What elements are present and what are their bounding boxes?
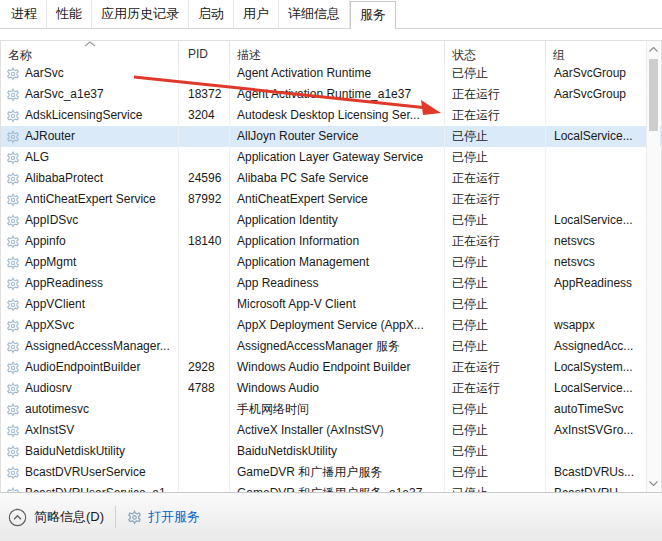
service-status: 正在运行 — [445, 84, 546, 105]
table-row[interactable]: AssignedAccessManager... AssignedAccessM… — [1, 336, 661, 357]
service-name-cell: BcastDVRUserService — [1, 462, 179, 483]
column-label-status: 状态 — [452, 48, 476, 62]
table-row[interactable]: AntiCheatExpert Service 87992 AntiCheatE… — [1, 189, 661, 210]
column-header-name[interactable]: 名称 — [1, 41, 179, 63]
scrollbar-thumb[interactable] — [649, 59, 658, 131]
service-description: Application Layer Gateway Service — [230, 147, 445, 168]
service-status: 已停止 — [445, 294, 546, 315]
service-name-cell: Audiosrv — [1, 378, 179, 399]
service-gear-icon — [6, 382, 20, 396]
tab-label: 启动 — [198, 0, 224, 28]
service-name: BcastDVRUserService_a1... — [25, 483, 176, 493]
table-row[interactable]: BcastDVRUserService_a1... GameDVR 和广播用户服… — [1, 483, 661, 493]
table-row[interactable]: ALG Application Layer Gateway Service 已停… — [1, 147, 661, 168]
tab-services[interactable]: 服务 — [350, 1, 396, 29]
service-gear-icon — [6, 340, 20, 354]
task-manager-window: 进程 性能 应用历史记录 启动 用户 详细信息 服务 名称 PID 描述 — [0, 0, 662, 541]
table-row[interactable]: AppVClient Microsoft App-V Client 已停止 — [1, 294, 661, 315]
service-pid: 18372 — [179, 84, 230, 105]
service-name-cell: autotimesvc — [1, 399, 179, 420]
service-status: 已停止 — [445, 420, 546, 441]
service-status: 已停止 — [445, 126, 546, 147]
service-status: 已停止 — [445, 399, 546, 420]
service-name: AppXSvc — [25, 315, 74, 336]
service-status: 正在运行 — [445, 357, 546, 378]
service-pid — [179, 63, 230, 84]
table-row[interactable]: Audiosrv 4788 Windows Audio 正在运行 LocalSe… — [1, 378, 661, 399]
service-pid — [179, 315, 230, 336]
service-pid — [179, 273, 230, 294]
column-label-group: 组 — [553, 48, 565, 62]
tab-app-history[interactable]: 应用历史记录 — [92, 0, 189, 28]
column-header-pid[interactable]: PID — [179, 41, 230, 63]
service-description: App Readiness — [230, 273, 445, 294]
service-pid: 3204 — [179, 105, 230, 126]
service-name-cell: ALG — [1, 147, 179, 168]
table-row[interactable]: AJRouter AllJoyn Router Service 已停止 Loca… — [1, 126, 661, 147]
table-row[interactable]: AdskLicensingService 3204 Autodesk Deskt… — [1, 105, 661, 126]
service-gear-icon — [6, 235, 20, 249]
tab-startup[interactable]: 启动 — [189, 0, 234, 28]
tab-details[interactable]: 详细信息 — [279, 0, 350, 28]
service-name: BcastDVRUserService — [25, 462, 146, 483]
tab-users[interactable]: 用户 — [234, 0, 279, 28]
service-gear-icon — [6, 109, 20, 123]
table-row[interactable]: BcastDVRUserService GameDVR 和广播用户服务 已停止 … — [1, 462, 661, 483]
fewer-details-button[interactable]: 简略信息(D) — [8, 508, 104, 527]
scrollbar-up-arrow-icon[interactable] — [647, 42, 660, 57]
table-row[interactable]: Appinfo 18140 Application Information 正在… — [1, 231, 661, 252]
vertical-scrollbar[interactable] — [646, 41, 660, 492]
scrollbar-down-arrow-icon[interactable] — [647, 476, 660, 491]
service-name: AssignedAccessManager... — [25, 336, 170, 357]
service-gear-icon — [6, 88, 20, 102]
service-group: LocalService... — [546, 210, 646, 231]
service-name: AppVClient — [25, 294, 85, 315]
column-header-description[interactable]: 描述 — [230, 41, 445, 63]
tab-processes[interactable]: 进程 — [2, 0, 47, 28]
service-gear-icon — [6, 214, 20, 228]
open-services-link[interactable]: 打开服务 — [127, 508, 200, 526]
service-name: AppReadiness — [25, 273, 103, 294]
table-row[interactable]: AarSvc Agent Activation Runtime 已停止 AarS… — [1, 63, 661, 84]
table-row[interactable]: AxInstSV ActiveX Installer (AxInstSV) 已停… — [1, 420, 661, 441]
tab-label: 服务 — [360, 2, 386, 28]
service-pid — [179, 294, 230, 315]
service-pid: 18140 — [179, 231, 230, 252]
service-name-cell: AdskLicensingService — [1, 105, 179, 126]
table-row[interactable]: AarSvc_a1e37 18372 Agent Activation Runt… — [1, 84, 661, 105]
service-gear-icon — [6, 403, 20, 417]
table-row[interactable]: AlibabaProtect 24596 Alibaba PC Safe Ser… — [1, 168, 661, 189]
table-row[interactable]: AudioEndpointBuilder 2928 Windows Audio … — [1, 357, 661, 378]
service-gear-icon — [6, 361, 20, 375]
service-status: 已停止 — [445, 462, 546, 483]
table-row[interactable]: AppMgmt Application Management 已停止 netsv… — [1, 252, 661, 273]
service-description: AssignedAccessManager 服务 — [230, 336, 445, 357]
service-gear-icon — [6, 67, 20, 81]
table-row[interactable]: AppIDSvc Application Identity 已停止 LocalS… — [1, 210, 661, 231]
tab-performance[interactable]: 性能 — [47, 0, 92, 28]
service-name-cell: AarSvc — [1, 63, 179, 84]
service-name-cell: AppMgmt — [1, 252, 179, 273]
service-name: AarSvc — [25, 63, 64, 84]
service-status: 已停止 — [445, 252, 546, 273]
table-row[interactable]: BaiduNetdiskUtility BaiduNetdiskUtility … — [1, 441, 661, 462]
service-name-cell: BaiduNetdiskUtility — [1, 441, 179, 462]
table-row[interactable]: AppXSvc AppX Deployment Service (AppX...… — [1, 315, 661, 336]
service-name: AudioEndpointBuilder — [25, 357, 140, 378]
tab-label: 详细信息 — [288, 0, 340, 28]
service-gear-icon — [6, 172, 20, 186]
service-gear-icon — [6, 277, 20, 291]
table-row[interactable]: autotimesvc 手机网络时间 已停止 autoTimeSvc — [1, 399, 661, 420]
service-group: LocalService... — [546, 126, 646, 147]
tab-label: 进程 — [11, 0, 37, 28]
service-status: 已停止 — [445, 315, 546, 336]
column-header-group[interactable]: 组 — [546, 41, 646, 63]
service-name-cell: AppVClient — [1, 294, 179, 315]
service-description: AppX Deployment Service (AppX... — [230, 315, 445, 336]
column-header-status[interactable]: 状态 — [445, 41, 546, 63]
service-name-cell: AudioEndpointBuilder — [1, 357, 179, 378]
column-label-description: 描述 — [237, 48, 261, 62]
service-group: AxInstSVGro... — [546, 420, 646, 441]
table-row[interactable]: AppReadiness App Readiness 已停止 AppReadin… — [1, 273, 661, 294]
service-description: GameDVR 和广播用户服务 — [230, 462, 445, 483]
